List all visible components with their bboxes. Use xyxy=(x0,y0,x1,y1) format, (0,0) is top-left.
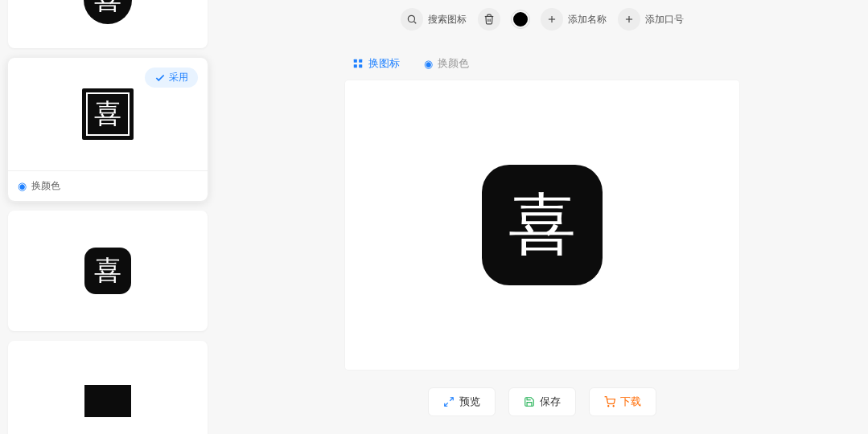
add-name-label: 添加名称 xyxy=(568,13,607,27)
svg-rect-6 xyxy=(354,59,357,63)
download-button[interactable]: 下载 xyxy=(589,387,656,416)
download-label: 下载 xyxy=(620,395,641,409)
preview-label: 预览 xyxy=(459,395,480,409)
logo-card-1[interactable]: 喜 xyxy=(8,0,208,48)
cart-icon xyxy=(604,396,615,407)
delete-button[interactable] xyxy=(478,8,500,31)
svg-line-1 xyxy=(413,22,416,24)
preview-button[interactable]: 预览 xyxy=(428,387,496,416)
logo-shape-circle: 喜 xyxy=(84,0,132,24)
logo-shape-square-outline: 喜 xyxy=(82,88,134,140)
logo-card-4[interactable] xyxy=(8,341,208,434)
toolbar: 搜索图标 添加名称 添加口号 xyxy=(216,2,868,37)
glyph-icon: 喜 xyxy=(94,100,121,128)
logo-card-3[interactable]: 喜 xyxy=(8,211,208,331)
logo-preview-1: 喜 xyxy=(8,0,208,48)
accept-label: 采用 xyxy=(169,71,188,84)
glyph-icon: 喜 xyxy=(94,0,121,14)
trash-icon xyxy=(483,14,495,25)
logo-shape-rounded: 喜 xyxy=(84,248,131,294)
color-swatch[interactable] xyxy=(512,10,529,28)
svg-rect-8 xyxy=(354,64,357,68)
plus-icon xyxy=(541,8,563,31)
save-icon xyxy=(524,396,535,407)
search-label: 搜索图标 xyxy=(428,13,467,27)
logo-preview-4 xyxy=(8,341,208,434)
svg-line-11 xyxy=(444,403,447,406)
logo-preview-3: 喜 xyxy=(8,211,208,331)
add-name-button[interactable]: 添加名称 xyxy=(541,8,607,31)
canvas-glyph-icon: 喜 xyxy=(508,191,576,259)
main: 搜索图标 添加名称 添加口号 换图标 xyxy=(216,0,868,434)
change-icon-tab[interactable]: 换图标 xyxy=(352,56,400,71)
save-button[interactable]: 保存 xyxy=(508,387,576,416)
submenu: 换图标 ◉ 换颜色 xyxy=(352,56,868,71)
svg-point-12 xyxy=(607,406,608,407)
svg-line-10 xyxy=(450,398,453,401)
search-icon xyxy=(401,8,423,31)
plus-icon xyxy=(618,8,640,31)
card-footer[interactable]: ◉ 换颜色 xyxy=(8,170,208,201)
change-color-label: 换颜色 xyxy=(31,179,60,193)
change-color-label: 换颜色 xyxy=(438,56,469,71)
change-color-tab[interactable]: ◉ 换颜色 xyxy=(424,56,469,71)
add-slogan-button[interactable]: 添加口号 xyxy=(618,8,684,31)
sidebar: 喜 采用 喜 ◉ 换颜色 喜 xyxy=(0,0,216,434)
change-icon-label: 换图标 xyxy=(368,56,400,71)
expand-icon xyxy=(443,396,455,407)
svg-point-0 xyxy=(408,15,414,22)
canvas-logo: 喜 xyxy=(482,165,603,285)
svg-point-13 xyxy=(613,406,614,407)
svg-rect-7 xyxy=(359,59,362,63)
palette-icon: ◉ xyxy=(18,180,27,192)
palette-icon: ◉ xyxy=(424,58,433,70)
glyph-icon: 喜 xyxy=(94,257,121,285)
action-bar: 预览 保存 下载 xyxy=(428,387,656,416)
logo-card-2[interactable]: 采用 喜 ◉ 换颜色 xyxy=(8,58,208,201)
canvas-wrap: 喜 预览 保存 下载 xyxy=(216,80,868,434)
search-icon-button[interactable]: 搜索图标 xyxy=(401,8,467,31)
add-slogan-label: 添加口号 xyxy=(645,13,684,27)
save-label: 保存 xyxy=(540,395,561,409)
accept-badge[interactable]: 采用 xyxy=(145,68,198,88)
logo-shape-square xyxy=(84,385,131,417)
svg-rect-9 xyxy=(359,64,362,68)
check-icon xyxy=(154,72,166,84)
grid-icon xyxy=(352,58,364,69)
canvas[interactable]: 喜 xyxy=(345,80,739,370)
